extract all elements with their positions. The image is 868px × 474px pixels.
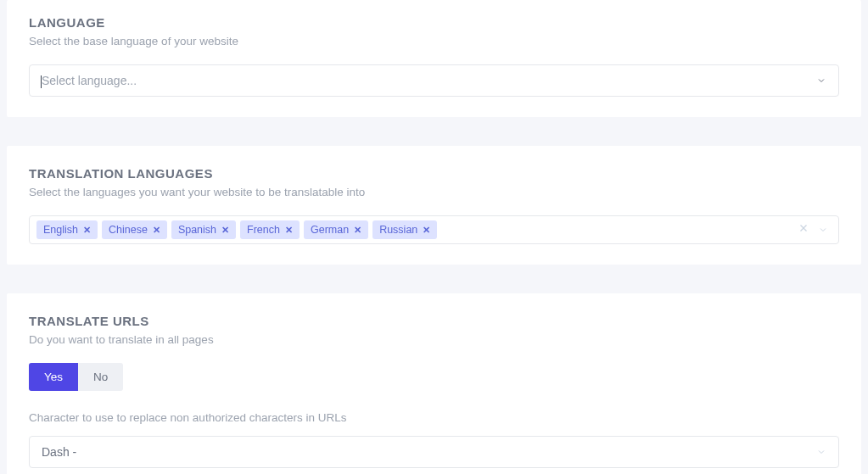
language-title: LANGUAGE [29,15,839,30]
multiselect-actions [798,222,832,237]
remove-tag-icon[interactable]: ✕ [221,225,229,236]
language-tag-label: French [247,224,280,236]
translation-tags: English✕Chinese✕Spanish✕French✕German✕Ru… [36,220,798,239]
translation-languages-section: TRANSLATION LANGUAGES Select the languag… [7,146,861,265]
language-tag-label: English [43,224,78,236]
translation-desc: Select the languages you want your websi… [29,186,839,198]
remove-tag-icon[interactable]: ✕ [153,225,160,236]
translation-multiselect[interactable]: English✕Chinese✕Spanish✕French✕German✕Ru… [29,215,839,244]
chevron-down-icon [816,75,826,86]
translate-urls-toggle: Yes No [29,363,123,391]
language-tag: Spanish✕ [171,220,236,239]
remove-tag-icon[interactable]: ✕ [354,225,361,236]
urls-desc: Do you want to translate in all pages [29,333,839,346]
toggle-yes-button[interactable]: Yes [29,363,78,391]
language-tag: French✕ [240,220,300,239]
language-tag: Russian✕ [372,220,437,239]
chevron-down-icon [816,447,826,457]
language-tag-label: Russian [379,224,417,236]
language-tag: English✕ [36,220,98,239]
language-tag: Chinese✕ [102,220,167,239]
language-tag-label: Chinese [109,224,148,236]
translate-urls-section: TRANSLATE URLS Do you want to translate … [7,293,861,474]
remove-tag-icon[interactable]: ✕ [285,225,293,236]
chevron-down-icon[interactable] [818,225,828,235]
urls-title: TRANSLATE URLS [29,314,839,328]
remove-tag-icon[interactable]: ✕ [423,225,430,236]
language-select-placeholder: Select language... [42,74,137,87]
translation-title: TRANSLATION LANGUAGES [29,166,839,181]
language-tag-label: Spanish [178,224,216,236]
language-select[interactable]: Select language... [29,64,839,97]
language-tag: German✕ [304,220,368,239]
language-desc: Select the base language of your website [29,35,839,47]
toggle-no-button[interactable]: No [78,363,123,391]
urls-char-label: Character to use to replace non authoriz… [29,411,839,424]
language-tag-label: German [311,224,349,236]
clear-all-icon[interactable] [798,222,809,237]
urls-char-value: Dash - [42,445,76,459]
urls-char-select[interactable]: Dash - [29,436,839,468]
remove-tag-icon[interactable]: ✕ [83,225,91,236]
language-section: LANGUAGE Select the base language of you… [7,0,861,117]
